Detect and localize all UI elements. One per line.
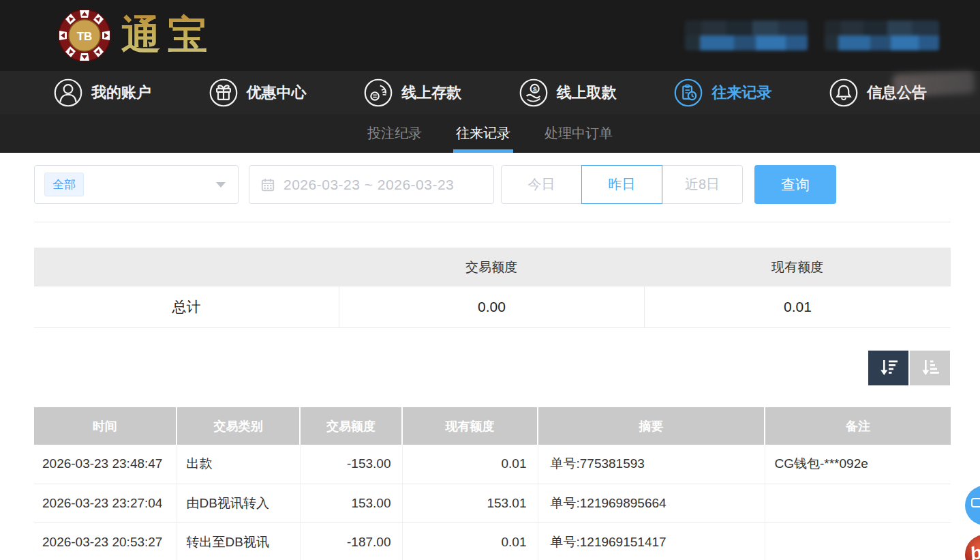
section-divider xyxy=(34,222,951,222)
type-select[interactable]: 全部 xyxy=(34,165,239,204)
nav-label: 信息公告 xyxy=(867,83,927,103)
quick-btn-label: 昨日 xyxy=(609,175,636,194)
col-header-note: 备注 xyxy=(765,407,951,445)
quick-btn-yesterday[interactable]: 昨日 xyxy=(581,165,662,204)
deposit-icon xyxy=(363,78,393,108)
main-nav: 我的账户 优惠中心 线上存款 xyxy=(0,71,980,114)
nav-item-withdraw[interactable]: $ 线上取款 xyxy=(519,78,617,108)
quick-btn-label: 今日 xyxy=(528,175,555,194)
cell-time: 2026-03-23 20:53:27 xyxy=(34,522,177,560)
sort-descending-button[interactable] xyxy=(868,351,908,385)
cell-balance: 0.01 xyxy=(402,445,538,484)
col-header-type: 交易类别 xyxy=(177,407,300,445)
cell-note: CG钱包-***092e xyxy=(765,445,951,484)
summary-total-label: 总计 xyxy=(34,297,339,316)
user-icon xyxy=(53,78,83,108)
poker-chip-icon: TB xyxy=(57,8,112,63)
nav-item-promotions[interactable]: 优惠中心 xyxy=(209,78,307,108)
quick-btn-label: 近8日 xyxy=(685,175,720,194)
calendar-icon xyxy=(260,177,275,192)
tab-label: 往来记录 xyxy=(456,124,510,143)
withdraw-icon: $ xyxy=(519,78,549,108)
summary-total-row: 总计 0.00 0.01 xyxy=(34,286,951,328)
nav-label: 优惠中心 xyxy=(247,83,307,103)
search-button[interactable]: 查询 xyxy=(754,165,836,204)
cell-time: 2026-03-23 23:27:04 xyxy=(34,484,177,522)
table-row: 2026-03-23 20:53:27 转出至DB视讯 -187.00 0.01… xyxy=(34,522,951,560)
customer-service-button[interactable] xyxy=(965,486,980,525)
summary-header-balance: 现有额度 xyxy=(644,259,951,276)
table-header-row: 时间 交易类别 交易额度 现有额度 摘要 备注 xyxy=(34,407,951,445)
cell-type: 转出至DB视讯 xyxy=(177,522,300,560)
svg-text:TB: TB xyxy=(77,30,93,43)
cell-time: 2026-03-23 23:48:47 xyxy=(34,445,177,484)
tab-label: 处理中订单 xyxy=(545,124,613,143)
tab-pending-orders[interactable]: 处理中订单 xyxy=(543,114,614,153)
cell-note xyxy=(765,484,951,522)
col-header-summary: 摘要 xyxy=(538,407,765,445)
summary-balance-total: 0.01 xyxy=(644,286,951,327)
cell-amount: 153.00 xyxy=(300,484,402,522)
col-header-amount: 交易额度 xyxy=(300,407,402,445)
nav-label: 线上存款 xyxy=(401,83,461,103)
blurred-username xyxy=(685,20,808,50)
cell-note xyxy=(765,522,951,560)
svg-text:$: $ xyxy=(533,85,537,92)
tab-transaction-records[interactable]: 往来记录 xyxy=(455,114,512,153)
tab-label: 投注纪录 xyxy=(367,124,422,143)
summary-transaction-total: 0.00 xyxy=(339,286,644,327)
sort-ascending-button[interactable] xyxy=(910,351,950,385)
top-header: TB 通宝 xyxy=(0,0,980,71)
cell-summary: 单号:121969895664 xyxy=(538,484,765,522)
summary-table: 交易额度 现有额度 总计 0.00 0.01 xyxy=(34,248,951,328)
cell-type: 出款 xyxy=(177,445,300,484)
chat-bubble-icon xyxy=(971,498,980,507)
nav-label: 我的账户 xyxy=(91,83,151,103)
chevron-down-icon xyxy=(216,182,226,188)
cell-balance: 153.01 xyxy=(402,484,538,522)
sort-amount-asc-icon xyxy=(920,359,940,377)
quick-btn-today[interactable]: 今日 xyxy=(501,165,582,204)
bell-icon xyxy=(829,78,859,108)
nav-item-deposit[interactable]: 线上存款 xyxy=(363,78,461,108)
summary-header-transaction: 交易额度 xyxy=(339,259,644,276)
brand-logo[interactable]: TB 通宝 xyxy=(57,8,214,63)
date-range-value: 2026-03-23 ~ 2026-03-23 xyxy=(284,177,454,193)
cell-amount: -187.00 xyxy=(300,522,402,560)
promo-floating-button[interactable]: b xyxy=(965,535,980,560)
promo-logo-icon: b xyxy=(968,542,980,560)
col-header-time: 时间 xyxy=(34,407,177,445)
cell-summary: 单号:775381593 xyxy=(538,445,765,484)
page: TB 通宝 我的账户 优惠中心 xyxy=(0,0,980,560)
sort-amount-desc-icon xyxy=(878,359,899,377)
selected-type-tag[interactable]: 全部 xyxy=(44,173,84,196)
tab-betting-records[interactable]: 投注纪录 xyxy=(366,114,423,153)
nav-item-announcements[interactable]: 信息公告 xyxy=(829,78,927,108)
col-header-balance: 现有额度 xyxy=(402,407,538,445)
nav-label: 线上取款 xyxy=(557,83,617,103)
quick-btn-last8days[interactable]: 近8日 xyxy=(662,165,743,204)
nav-label: 往来记录 xyxy=(711,83,771,103)
records-icon xyxy=(673,78,703,108)
nav-item-transaction-records[interactable]: 往来记录 xyxy=(673,78,771,108)
table-row: 2026-03-23 23:48:47 出款 -153.00 0.01 单号:7… xyxy=(34,445,951,484)
cell-type: 由DB视讯转入 xyxy=(177,484,300,522)
cell-amount: -153.00 xyxy=(300,445,402,484)
nav-item-my-account[interactable]: 我的账户 xyxy=(53,78,151,108)
cell-summary: 单号:121969151417 xyxy=(538,522,765,560)
brand-name: 通宝 xyxy=(121,9,214,62)
quick-date-group: 今日 昨日 近8日 xyxy=(501,165,743,204)
sort-controls xyxy=(868,351,950,385)
table-row: 2026-03-23 23:27:04 由DB视讯转入 153.00 153.0… xyxy=(34,484,951,522)
date-range-input[interactable]: 2026-03-23 ~ 2026-03-23 xyxy=(249,165,494,204)
cell-balance: 0.01 xyxy=(402,522,538,560)
gift-icon xyxy=(209,78,239,108)
record-subtabs: 投注纪录 往来记录 处理中订单 xyxy=(0,114,980,153)
search-button-label: 查询 xyxy=(781,175,810,194)
summary-header-row: 交易额度 现有额度 xyxy=(34,248,951,286)
blurred-balance xyxy=(825,20,939,50)
transactions-table: 时间 交易类别 交易额度 现有额度 摘要 备注 2026-03-23 23:48… xyxy=(34,407,951,560)
